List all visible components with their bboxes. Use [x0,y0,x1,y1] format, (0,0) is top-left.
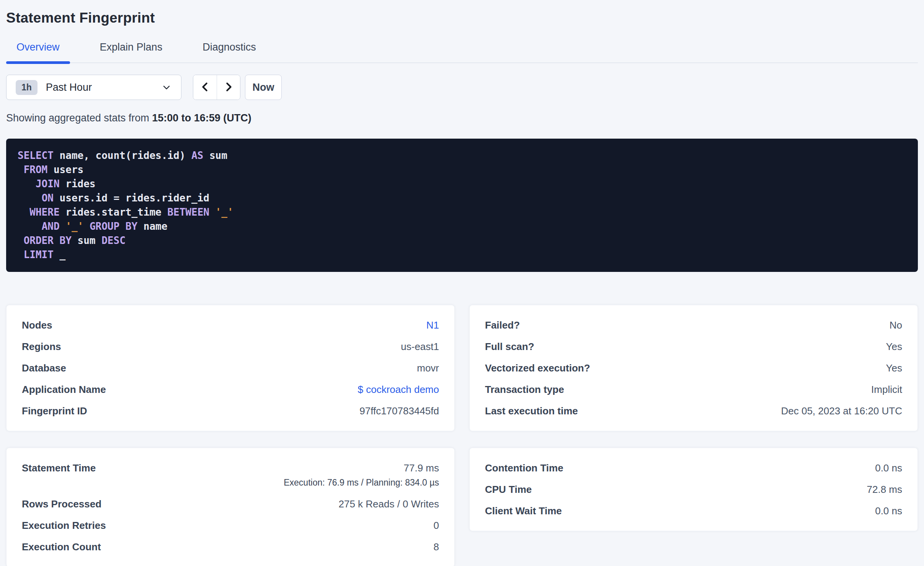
previous-time-button[interactable] [193,75,217,100]
row-value: 77.9 ms [404,463,439,473]
sql-line: SELECT name, count(rides.id) AS sum [18,149,906,163]
statement-times-card: Statement Time 77.9 ms Execution: 76.9 m… [6,448,455,566]
row-contention-time: Contention Time 0.0 ns [485,457,902,479]
statement-time-values: 77.9 ms Execution: 76.9 ms / Planning: 8… [284,463,439,488]
row-label: Regions [22,341,61,352]
row-execution-count: Execution Count 8 [22,536,439,558]
row-statement-time: Statement Time 77.9 ms Execution: 76.9 m… [22,457,439,493]
row-label: Failed? [485,320,520,330]
row-subvalue: Execution: 76.9 ms / Planning: 834.0 µs [284,477,439,488]
row-label: Statement Time [22,463,96,473]
next-time-button[interactable] [217,75,240,100]
row-label: Execution Retries [22,520,106,531]
row-label: Contention Time [485,463,563,473]
chevron-down-icon [161,82,172,93]
row-label: Client Wait Time [485,505,562,516]
row-label: Fingerprint ID [22,406,87,416]
row-full-scan: Full scan? Yes [485,336,902,357]
tab-overview[interactable]: Overview [6,39,70,62]
row-client-wait-time: Client Wait Time 0.0 ns [485,500,902,522]
aggregated-stats-caption: Showing aggregated stats from 15:00 to 1… [6,112,918,124]
aggregated-stats-prefix: Showing aggregated stats from [6,112,149,124]
row-value: 0.0 ns [875,463,902,473]
summary-cards: Nodes N1 Regions us-east1 Database movr … [6,305,918,566]
row-value: Implicit [871,384,902,395]
row-value: 275 k Reads / 0 Writes [338,499,439,509]
time-range-label: Past Hour [46,82,92,93]
statement-details-card: Nodes N1 Regions us-east1 Database movr … [6,305,455,431]
row-value: us-east1 [401,341,439,352]
time-toolbar: 1h Past Hour Now [6,75,918,100]
sql-line: FROM users [18,163,906,177]
row-application-name: Application Name $ cockroach demo [22,379,439,400]
sql-line: AND '_' GROUP BY name [18,219,906,234]
row-label: Transaction type [485,384,564,395]
row-fingerprint-id: Fingerprint ID 97ffc170783445fd [22,400,439,422]
tab-diagnostics[interactable]: Diagnostics [192,39,266,62]
row-value: No [890,320,902,330]
chevron-right-icon [223,81,234,94]
chevron-left-icon [199,81,211,94]
row-vectorized-execution: Vectorized execution? Yes [485,357,902,379]
sql-statement-box: SELECT name, count(rides.id) AS sum FROM… [6,139,918,272]
sql-line: ON users.id = rides.rider_id [18,191,906,205]
sql-line: WHERE rides.start_time BETWEEN '_' [18,205,906,219]
sql-line: JOIN rides [18,177,906,191]
row-execution-retries: Execution Retries 0 [22,515,439,536]
row-transaction-type: Transaction type Implicit [485,379,902,400]
row-nodes: Nodes N1 [22,314,439,336]
row-last-execution-time: Last execution time Dec 05, 2023 at 16:2… [485,400,902,422]
row-label: Rows Processed [22,499,101,509]
sql-line: LIMIT _ [18,248,906,262]
time-range-badge: 1h [16,80,38,95]
row-failed: Failed? No [485,314,902,336]
row-label: Vectorized execution? [485,363,590,373]
now-button[interactable]: Now [245,75,282,100]
row-value: 72.8 ms [867,484,903,495]
tab-bar: Overview Explain Plans Diagnostics [6,39,918,63]
page-title: Statement Fingerprint [6,10,918,26]
tab-explain-plans-label: Explain Plans [100,41,163,53]
tab-overview-label: Overview [16,41,60,53]
row-value: 8 [434,541,439,552]
row-rows-processed: Rows Processed 275 k Reads / 0 Writes [22,493,439,515]
row-database: Database movr [22,357,439,379]
tab-diagnostics-label: Diagnostics [202,41,256,53]
row-value: Yes [886,363,902,373]
application-name-link[interactable]: $ cockroach demo [358,384,439,395]
row-regions: Regions us-east1 [22,336,439,357]
sql-statement: SELECT name, count(rides.id) AS sum FROM… [18,149,906,262]
execution-attributes-card: Failed? No Full scan? Yes Vectorized exe… [469,305,918,431]
row-value: 0 [434,520,439,531]
row-label: Last execution time [485,406,578,416]
row-label: Application Name [22,384,106,395]
row-label: Execution Count [22,541,101,552]
row-value: Yes [886,341,902,352]
row-value: 0.0 ns [875,505,902,516]
row-value: 97ffc170783445fd [359,406,439,416]
sql-line: ORDER BY sum DESC [18,234,906,248]
aggregated-stats-range: 15:00 to 16:59 (UTC) [152,112,251,124]
row-label: Full scan? [485,341,534,352]
row-value: movr [417,363,439,373]
tab-explain-plans[interactable]: Explain Plans [90,39,173,62]
statement-fingerprint-page: Statement Fingerprint Overview Explain P… [0,0,924,566]
time-range-selector[interactable]: 1h Past Hour [6,75,181,100]
row-label: CPU Time [485,484,532,495]
time-step-buttons [193,75,240,100]
nodes-link[interactable]: N1 [426,320,439,330]
row-cpu-time: CPU Time 72.8 ms [485,479,902,500]
wait-times-card: Contention Time 0.0 ns CPU Time 72.8 ms … [469,448,918,531]
row-value: Dec 05, 2023 at 16:20 UTC [781,406,902,416]
row-label: Database [22,363,66,373]
row-label: Nodes [22,320,52,330]
